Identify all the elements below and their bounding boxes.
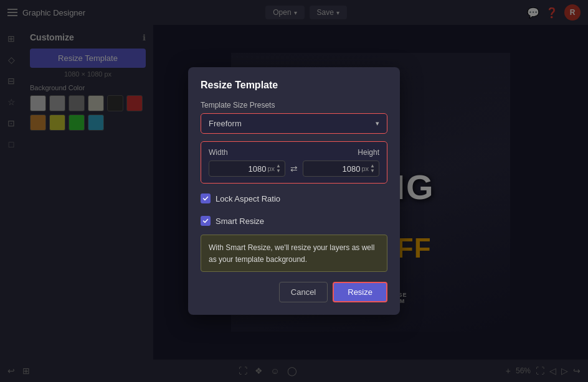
dims-inputs: 1080 px ▲ ▼ ⇄ 1080 px ▲ ▼ [209, 161, 379, 177]
modal-title: Resize Template [201, 80, 387, 91]
preset-select[interactable]: Freeform ▾ [201, 113, 387, 134]
lock-aspect-checkbox[interactable] [201, 193, 211, 203]
height-label: Height [358, 148, 379, 157]
height-value: 1080 [343, 164, 361, 174]
preset-chevron-icon: ▾ [376, 119, 379, 128]
smart-resize-checkbox[interactable] [201, 216, 211, 226]
info-box-text: With Smart Resize, we'll resize your lay… [209, 243, 374, 264]
modal-preset-label: Template Size Presets [201, 101, 387, 109]
smart-checkmark-icon [202, 218, 209, 224]
dims-labels: Width Height [209, 148, 379, 157]
resize-template-modal: Resize Template Template Size Presets Fr… [188, 67, 400, 315]
width-unit: px [267, 165, 275, 172]
height-unit: px [361, 165, 369, 172]
lock-aspect-label: Lock Aspect Ratio [216, 194, 280, 203]
preset-select-wrapper: Freeform ▾ [201, 113, 387, 134]
width-spinners: ▲ ▼ [276, 164, 281, 174]
smart-resize-info-box: With Smart Resize, we'll resize your lay… [201, 235, 387, 272]
width-label: Width [209, 148, 228, 157]
height-spinners: ▲ ▼ [370, 164, 375, 174]
modal-buttons: Cancel Resize [201, 282, 387, 302]
modal-overlay: Resize Template Template Size Presets Fr… [0, 0, 588, 382]
height-input[interactable]: 1080 px ▲ ▼ [303, 161, 379, 177]
width-value: 1080 [249, 164, 267, 174]
height-down-icon[interactable]: ▼ [370, 169, 375, 174]
smart-resize-row: Smart Resize [201, 213, 387, 228]
width-input[interactable]: 1080 px ▲ ▼ [209, 161, 285, 177]
smart-resize-label: Smart Resize [216, 217, 264, 226]
resize-button[interactable]: Resize [333, 282, 387, 302]
preset-value: Freeform [209, 119, 242, 128]
dimensions-box: Width Height 1080 px ▲ ▼ ⇄ 1080 px [201, 141, 387, 184]
lock-aspect-row: Lock Aspect Ratio [201, 191, 387, 206]
swap-dimensions-icon[interactable]: ⇄ [289, 164, 299, 174]
checkmark-icon [202, 195, 209, 202]
cancel-button[interactable]: Cancel [279, 282, 328, 302]
width-down-icon[interactable]: ▼ [276, 169, 281, 174]
